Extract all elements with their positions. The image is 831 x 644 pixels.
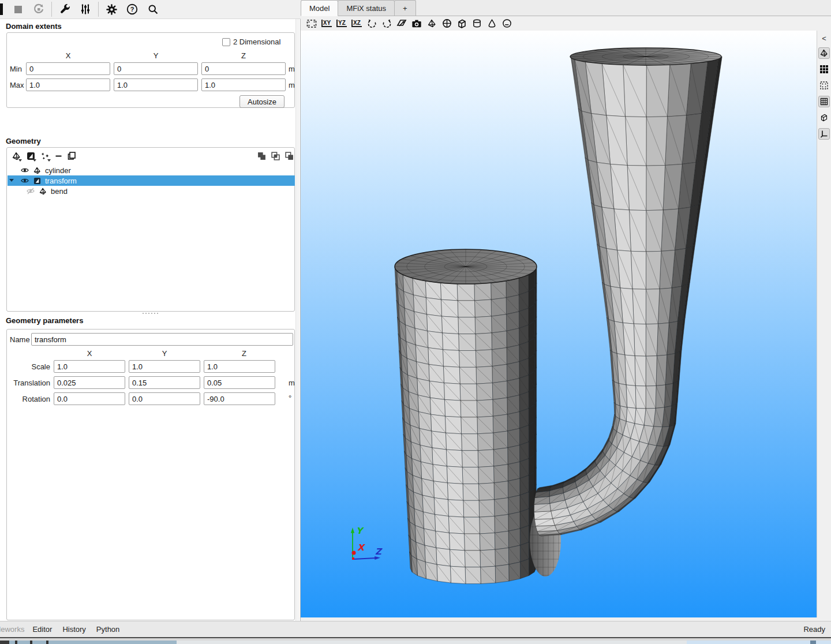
translation-x-input[interactable] bbox=[54, 376, 125, 389]
domain-extents-box: 2 Dimensional X Y Z Min m Max m Autosize bbox=[6, 32, 295, 108]
help-button[interactable]: ? bbox=[125, 2, 140, 17]
statusbar-tab-python[interactable]: Python bbox=[96, 625, 119, 634]
geometry-icon bbox=[33, 166, 42, 175]
rotation-x-input[interactable] bbox=[54, 392, 125, 405]
mfix-window: ? Domain extents 2 Dimensional X Y Z Min… bbox=[0, 0, 831, 644]
translation-y-input[interactable] bbox=[129, 376, 200, 389]
tree-row-cylinder[interactable]: cylinder bbox=[8, 165, 295, 175]
view-xy-icon: XY bbox=[321, 20, 332, 27]
slice-button[interactable] bbox=[500, 17, 514, 30]
geometry-toggle-button[interactable] bbox=[818, 47, 830, 59]
rotation-z-input[interactable] bbox=[204, 392, 275, 405]
grid-toggle-button[interactable] bbox=[818, 63, 830, 75]
tree-item-label: cylinder bbox=[45, 166, 71, 175]
intersect-button[interactable] bbox=[270, 151, 280, 161]
expander-icon[interactable] bbox=[9, 179, 14, 182]
two-dimensional-checkbox[interactable] bbox=[222, 38, 230, 46]
min-y-input[interactable] bbox=[114, 62, 198, 75]
tab-model[interactable]: Model bbox=[301, 0, 338, 16]
geometry-visibility-button[interactable] bbox=[425, 17, 439, 30]
hidden-icon[interactable] bbox=[26, 187, 35, 196]
slice-icon bbox=[502, 18, 512, 28]
search-button[interactable] bbox=[145, 2, 160, 17]
scale-x-input[interactable] bbox=[54, 360, 125, 373]
rotation-label: Rotation bbox=[7, 395, 50, 403]
union-button[interactable] bbox=[256, 151, 267, 161]
autosize-button[interactable]: Autosize bbox=[239, 95, 285, 108]
name-input[interactable] bbox=[31, 333, 293, 346]
rotate-right-button[interactable] bbox=[380, 17, 394, 30]
add-geometry-button[interactable] bbox=[11, 151, 21, 161]
tree-row-transform[interactable]: transform bbox=[8, 175, 295, 186]
settings-button[interactable] bbox=[104, 2, 119, 17]
mesh-cylinder-button[interactable] bbox=[470, 17, 484, 30]
max-x-input[interactable] bbox=[26, 78, 110, 91]
left-scrollbar[interactable] bbox=[295, 19, 300, 621]
statusbar-tab-editor[interactable]: Editor bbox=[32, 625, 52, 634]
name-label: Name bbox=[10, 335, 30, 344]
viewport-3d-canvas[interactable] bbox=[301, 31, 817, 617]
scale-z-input[interactable] bbox=[204, 360, 275, 373]
two-dimensional-label: 2 Dimensional bbox=[233, 38, 280, 46]
min-x-input[interactable] bbox=[26, 62, 110, 75]
add-filter-button[interactable] bbox=[25, 151, 36, 161]
reset-view-button[interactable] bbox=[305, 17, 319, 30]
view-xy-button[interactable]: XY bbox=[320, 17, 334, 30]
copy-icon bbox=[68, 152, 76, 160]
geometry-parameters-box: Name X Y Z Scale Translation m Rotation … bbox=[6, 329, 295, 620]
copy-geometry-button[interactable] bbox=[66, 151, 77, 161]
perspective-button[interactable] bbox=[395, 17, 409, 30]
region-toggle-button[interactable] bbox=[818, 80, 830, 91]
max-label: Max bbox=[10, 81, 24, 89]
stop-button[interactable] bbox=[10, 2, 25, 17]
model-setup-panel: Domain extents 2 Dimensional X Y Z Min m… bbox=[0, 19, 301, 621]
screenshot-button[interactable] bbox=[410, 17, 424, 30]
rotation-y-input[interactable] bbox=[129, 392, 200, 405]
visible-icon[interactable] bbox=[20, 166, 29, 175]
mesh-toggle-button[interactable] bbox=[818, 96, 830, 107]
parameters-button[interactable] bbox=[78, 2, 93, 17]
rotate-left-button[interactable] bbox=[365, 17, 379, 30]
statusbar-tab-history[interactable]: History bbox=[62, 625, 85, 634]
mesh-volume-icon bbox=[820, 98, 828, 106]
geometry-box: cylinder transform bbox=[6, 147, 295, 312]
max-z-input[interactable] bbox=[201, 78, 286, 91]
geometry-visibility-icon bbox=[428, 19, 436, 28]
tab-mfix-status[interactable]: MFiX status bbox=[338, 0, 395, 16]
min-label: Min bbox=[10, 65, 22, 73]
collapse-arrow-icon[interactable]: < bbox=[822, 34, 826, 43]
column-header-x: X bbox=[57, 51, 80, 60]
cone-icon bbox=[487, 18, 497, 28]
translation-z-input[interactable] bbox=[204, 376, 275, 389]
help-icon: ? bbox=[126, 3, 138, 16]
axes-toggle-button[interactable] bbox=[818, 128, 830, 140]
dashed-region-icon bbox=[820, 81, 828, 89]
difference-button[interactable] bbox=[284, 151, 294, 161]
reset-button[interactable] bbox=[31, 2, 46, 17]
visible-icon[interactable] bbox=[20, 177, 29, 185]
geometry-icon bbox=[39, 187, 47, 196]
play-partial-icon[interactable] bbox=[0, 3, 3, 15]
reset-icon bbox=[32, 3, 45, 16]
geometry-toolbar bbox=[7, 148, 294, 163]
tab-add[interactable]: + bbox=[394, 0, 416, 16]
statusbar: deworks Editor History Python Ready bbox=[0, 621, 831, 637]
view-xz-button[interactable]: XZ bbox=[350, 17, 364, 30]
mesh-cube-button[interactable] bbox=[455, 17, 469, 30]
reset-view-icon bbox=[306, 19, 317, 28]
toolbar-separator bbox=[98, 2, 99, 17]
mesher-button[interactable] bbox=[57, 2, 72, 17]
mesh-cone-button[interactable] bbox=[485, 17, 499, 30]
geometry-toggle-icon bbox=[820, 49, 828, 57]
regions-button[interactable] bbox=[440, 17, 454, 30]
wizard-button[interactable] bbox=[40, 151, 50, 161]
panel-splitter[interactable] bbox=[143, 313, 158, 314]
min-z-input[interactable] bbox=[201, 62, 286, 75]
scale-y-input[interactable] bbox=[129, 360, 200, 373]
remove-geometry-button[interactable] bbox=[53, 151, 63, 161]
max-y-input[interactable] bbox=[114, 78, 198, 91]
wireframe-box-button[interactable] bbox=[818, 112, 830, 123]
tree-row-bend[interactable]: bend bbox=[8, 186, 295, 196]
view-yz-button[interactable]: YZ bbox=[335, 17, 349, 30]
statusbar-tab-nodeworks[interactable]: deworks bbox=[0, 625, 24, 634]
